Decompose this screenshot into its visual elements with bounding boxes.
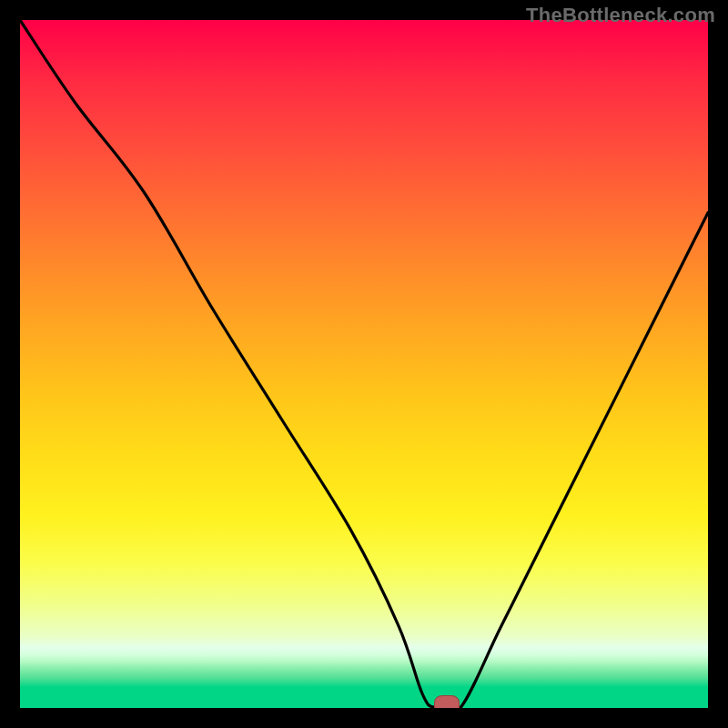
curve-path (20, 20, 708, 708)
watermark-text: TheBottleneck.com (526, 4, 715, 27)
optimum-marker (434, 695, 460, 708)
bottleneck-curve (20, 20, 708, 708)
plot-area (20, 20, 708, 708)
chart-frame: TheBottleneck.com (0, 0, 728, 728)
